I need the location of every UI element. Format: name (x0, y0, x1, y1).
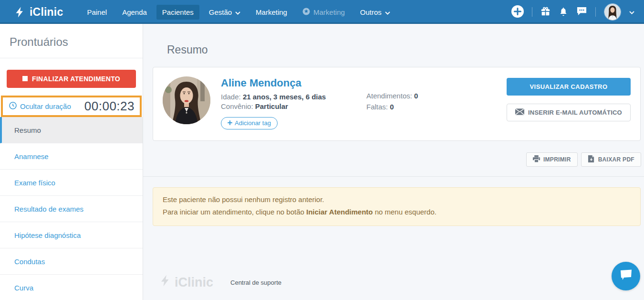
main-content: Resumo Aline Mendonça (143, 24, 644, 300)
nav-item-outros[interactable]: Outros (354, 5, 396, 20)
brand-title: iClinic (30, 6, 63, 19)
timer-value: 00:00:23 (84, 99, 135, 114)
nav-item-gestao[interactable]: Gestão (203, 5, 246, 20)
ocultar-duracao-label: Ocultar duração (20, 102, 71, 110)
footer-logo: iClinic (158, 274, 213, 290)
notice-line2-suffix: no menu esquerdo. (373, 208, 436, 216)
nav-item-marketing-beta[interactable]: Marketing (297, 4, 351, 20)
chevron-down-icon (235, 8, 240, 16)
record-sections-menu: Resumo Anamnese Exame físico Resultado d… (0, 117, 143, 300)
patient-stats: Atendimentos: 0 Faltas: 0 (366, 90, 507, 131)
add-tag-label: Adicionar tag (235, 119, 271, 127)
messages-button[interactable] (576, 6, 587, 18)
user-avatar[interactable] (604, 3, 621, 21)
patient-avatar (163, 76, 210, 124)
baixar-pdf-button[interactable]: BAIXAR PDF (581, 152, 641, 167)
nav-item-outros-label: Outros (360, 8, 382, 16)
sidebar-item-exame-fisico[interactable]: Exame físico (0, 170, 143, 196)
stop-icon (22, 75, 28, 83)
absences-value: 0 (390, 103, 394, 111)
page-title: Resumo (167, 43, 644, 56)
notifications-button[interactable] (559, 6, 568, 18)
attendances-label: Atendimentos: (366, 92, 412, 100)
iclinic-logo-gray-icon (158, 274, 171, 290)
divider (595, 7, 596, 17)
main-nav: Painel Agenda Pacientes Gestão Marketing… (81, 4, 395, 20)
insurance-label: Convênio: (221, 102, 253, 110)
patient-card-actions: VISUALIZAR CADASTRO INSERIR E-MAIL AUTOM… (507, 78, 631, 131)
nav-item-marketing-beta-label: Marketing (313, 8, 345, 16)
chat-dots-icon (576, 6, 587, 18)
attendances-line: Atendimentos: 0 (366, 92, 507, 100)
brand[interactable]: iClinic (0, 6, 63, 19)
ocultar-duracao-link[interactable]: Ocultar duração (9, 102, 71, 111)
sidebar-item-hipotese-diagnostica[interactable]: Hipótese diagnóstica (0, 222, 143, 248)
nav-item-pacientes[interactable]: Pacientes (156, 5, 199, 20)
sidebar-item-anamnese[interactable]: Anamnese (0, 143, 143, 170)
quick-add-button[interactable] (511, 5, 524, 19)
records-sidebar: Prontuários FINALIZAR ATENDIMENTO Oculta… (0, 24, 143, 300)
patient-age-line: Idade: 21 anos, 3 meses, 6 dias (221, 93, 366, 101)
bell-icon (559, 6, 568, 18)
record-actions-row: IMPRIMIR BAIXAR PDF (143, 152, 641, 167)
imprimir-label: IMPRIMIR (543, 156, 571, 163)
download-file-icon (588, 155, 595, 164)
patient-insurance-line: Convênio: Particular (221, 102, 366, 110)
navbar-actions (511, 3, 644, 21)
age-value: 21 anos, 3 meses, 6 dias (243, 93, 326, 101)
nav-item-marketing[interactable]: Marketing (250, 5, 293, 20)
plus-icon (228, 119, 232, 127)
iclinic-logo-icon (13, 6, 25, 18)
sidebar-item-resultado-exames[interactable]: Resultado de exames (0, 196, 143, 222)
rewards-button[interactable] (540, 6, 551, 18)
nav-item-agenda[interactable]: Agenda (116, 5, 153, 20)
clock-icon (9, 102, 17, 111)
star-circle-icon (302, 8, 310, 17)
support-center-link[interactable]: Central de suporte (230, 279, 281, 286)
patient-summary-card: Aline Mendonça Idade: 21 anos, 3 meses, … (153, 67, 641, 141)
baixar-pdf-label: BAIXAR PDF (598, 156, 634, 163)
top-navbar: iClinic Painel Agenda Pacientes Gestão M… (0, 0, 644, 24)
sidebar-item-condutas[interactable]: Condutas (0, 248, 143, 275)
nav-item-gestao-label: Gestão (209, 8, 232, 16)
visualizar-cadastro-button[interactable]: VISUALIZAR CADASTRO (507, 78, 631, 96)
patient-info: Aline Mendonça Idade: 21 anos, 3 meses, … (221, 76, 366, 131)
add-tag-button[interactable]: Adicionar tag (221, 117, 278, 129)
duration-highlight: Ocultar duração 00:00:23 (1, 96, 142, 117)
no-records-notice: Este paciente não possui nenhum registro… (153, 187, 641, 226)
divider (532, 7, 532, 17)
envelope-icon (515, 108, 524, 117)
sidebar-title: Prontuários (0, 24, 143, 58)
plus-circle-icon (511, 5, 524, 19)
support-chat-fab[interactable] (612, 262, 640, 290)
printer-icon (533, 155, 540, 164)
inserir-email-label: INSERIR E-MAIL AUTOMÁTICO (528, 109, 622, 116)
absences-line: Faltas: 0 (366, 103, 507, 111)
page-footer: iClinic Central de suporte (158, 274, 281, 290)
absences-label: Faltas: (366, 103, 388, 111)
notice-line2: Para iniciar um atendimento, clique no b… (163, 206, 631, 218)
age-label: Idade: (221, 93, 241, 101)
gift-icon (540, 6, 551, 18)
inserir-email-button[interactable]: INSERIR E-MAIL AUTOMÁTICO (507, 104, 631, 121)
patient-name[interactable]: Aline Mendonça (221, 77, 366, 89)
notice-line1: Este paciente não possui nenhum registro… (163, 193, 631, 206)
notice-line2-bold: Iniciar Atendimento (306, 208, 373, 216)
attendances-value: 0 (414, 92, 418, 100)
chevron-down-icon (385, 8, 390, 16)
insurance-value: Particular (255, 102, 288, 110)
section-divider (143, 176, 644, 177)
notice-line2-prefix: Para iniciar um atendimento, clique no b… (163, 208, 306, 216)
finalizar-atendimento-button[interactable]: FINALIZAR ATENDIMENTO (7, 70, 136, 88)
avatar-chevron-icon[interactable] (629, 8, 634, 16)
finalizar-atendimento-label: FINALIZAR ATENDIMENTO (32, 75, 120, 83)
chat-bubble-icon (619, 269, 633, 283)
sidebar-item-resumo[interactable]: Resumo (0, 117, 143, 143)
nav-item-painel[interactable]: Painel (81, 5, 113, 20)
sidebar-item-curva[interactable]: Curva (0, 275, 143, 300)
footer-brand-label: iClinic (175, 275, 213, 290)
imprimir-button[interactable]: IMPRIMIR (526, 152, 578, 167)
